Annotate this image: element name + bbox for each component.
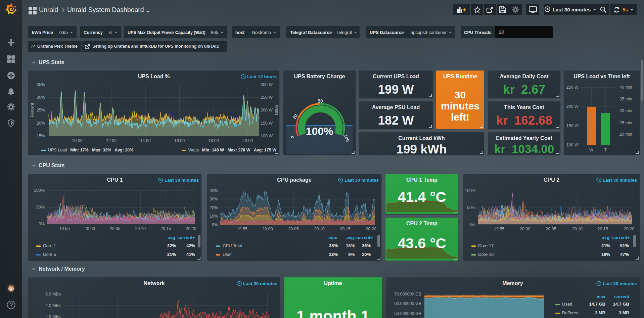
svg-text:20:00: 20:00 bbox=[85, 226, 95, 231]
svg-text:15%: 15% bbox=[37, 134, 45, 138]
svg-text:150 W: 150 W bbox=[261, 121, 273, 126]
svg-text:200 W: 200 W bbox=[566, 104, 579, 109]
svg-text:0%: 0% bbox=[469, 222, 475, 227]
svg-text:20:15: 20:15 bbox=[597, 227, 608, 231]
svg-text:20%: 20% bbox=[37, 121, 45, 126]
svg-text:20:20: 20:20 bbox=[186, 226, 196, 231]
svg-text:14:00: 14:00 bbox=[140, 138, 150, 143]
svg-text:100%: 100% bbox=[465, 188, 475, 193]
svg-text:100%: 100% bbox=[34, 188, 45, 193]
svg-text:0%: 0% bbox=[212, 223, 218, 227]
svg-text:20:15: 20:15 bbox=[340, 227, 350, 231]
svg-text:30%: 30% bbox=[37, 95, 45, 100]
svg-text:50%: 50% bbox=[36, 205, 45, 210]
svg-text:19:55: 19:55 bbox=[237, 227, 247, 231]
svg-text:30%: 30% bbox=[210, 197, 218, 201]
svg-text:40 min: 40 min bbox=[619, 85, 632, 90]
svg-text:6.0 MBs: 6.0 MBs bbox=[45, 292, 61, 297]
svg-text:50%: 50% bbox=[467, 205, 475, 210]
svg-text:10:00: 10:00 bbox=[72, 138, 82, 143]
svg-text:35%: 35% bbox=[37, 82, 45, 87]
svg-text:25 min: 25 min bbox=[619, 121, 632, 125]
svg-text:50: 50 bbox=[318, 98, 323, 104]
svg-text:20:10: 20:10 bbox=[572, 227, 583, 231]
svg-text:100 W: 100 W bbox=[566, 143, 579, 147]
svg-text:Watts: Watts bbox=[274, 105, 279, 115]
svg-text:W: W bbox=[589, 148, 593, 152]
svg-text:250 W: 250 W bbox=[566, 85, 579, 90]
svg-text:20%: 20% bbox=[210, 206, 218, 210]
svg-text:30 min: 30 min bbox=[619, 108, 632, 113]
svg-text:2.0 MBs: 2.0 MBs bbox=[45, 314, 61, 318]
svg-text:20 min: 20 min bbox=[619, 132, 632, 137]
svg-text:19:55: 19:55 bbox=[494, 227, 504, 231]
svg-text:35 min: 35 min bbox=[619, 97, 632, 101]
svg-text:20:00: 20:00 bbox=[520, 227, 530, 231]
svg-text:20:00: 20:00 bbox=[262, 227, 273, 231]
svg-text:20:05: 20:05 bbox=[546, 227, 556, 231]
svg-text:19:55: 19:55 bbox=[59, 226, 70, 231]
svg-text:250 W: 250 W bbox=[261, 95, 273, 100]
svg-text:150 W: 150 W bbox=[566, 124, 579, 128]
svg-text:T: T bbox=[604, 148, 607, 152]
svg-text:4.0 MBs: 4.0 MBs bbox=[45, 303, 61, 308]
svg-text:20:20: 20:20 bbox=[366, 227, 376, 231]
svg-text:20:10: 20:10 bbox=[135, 226, 146, 231]
svg-text:18:00: 18:00 bbox=[208, 138, 219, 143]
svg-text:100 W: 100 W bbox=[261, 134, 273, 138]
svg-text:10%: 10% bbox=[210, 214, 218, 219]
svg-text:20:20: 20:20 bbox=[624, 227, 634, 231]
svg-text:20:00: 20:00 bbox=[242, 138, 253, 143]
svg-text:12:00: 12:00 bbox=[106, 138, 117, 143]
svg-text:40%: 40% bbox=[210, 188, 218, 193]
svg-text:Percent: Percent bbox=[30, 103, 35, 118]
svg-text:20:10: 20:10 bbox=[314, 227, 324, 231]
svg-text:300 W: 300 W bbox=[261, 82, 273, 87]
svg-text:200 W: 200 W bbox=[261, 108, 273, 112]
svg-text:25%: 25% bbox=[37, 108, 45, 112]
svg-text:16:00: 16:00 bbox=[174, 138, 185, 143]
svg-text:20:05: 20:05 bbox=[288, 227, 298, 231]
svg-text:20:05: 20:05 bbox=[110, 226, 120, 231]
svg-text:20:15: 20:15 bbox=[160, 226, 171, 231]
svg-text:0%: 0% bbox=[39, 222, 45, 226]
